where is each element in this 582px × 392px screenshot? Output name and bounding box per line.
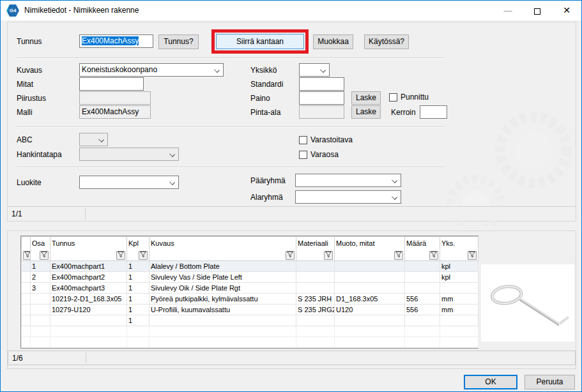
- column-header-4[interactable]: Kuvaus: [149, 237, 296, 250]
- cell[interactable]: [149, 315, 296, 326]
- cell[interactable]: 10219-2-D1_168.3x05: [50, 294, 127, 305]
- column-header-0[interactable]: [22, 237, 31, 250]
- close-button[interactable]: ✕: [552, 1, 581, 20]
- cell[interactable]: [22, 294, 31, 305]
- ok-button[interactable]: OK: [464, 375, 517, 389]
- luokite-combobox[interactable]: [79, 176, 179, 189]
- cell[interactable]: [296, 337, 335, 348]
- cell[interactable]: S 235 JRH: [296, 294, 335, 305]
- cell[interactable]: [127, 337, 149, 348]
- cell[interactable]: [335, 283, 405, 294]
- filter-icon[interactable]: [324, 251, 333, 260]
- table-row[interactable]: 1Ex400machpart11Alalevy / Bottom Platekp…: [22, 261, 479, 272]
- column-header-1[interactable]: Osa: [31, 237, 50, 250]
- cell[interactable]: 1: [127, 305, 149, 315]
- column-header-2[interactable]: Tunnus: [50, 237, 127, 250]
- cell[interactable]: [405, 272, 440, 283]
- cell[interactable]: 1: [127, 261, 149, 272]
- alaryhma-combobox[interactable]: [295, 190, 401, 204]
- cell[interactable]: [335, 315, 405, 326]
- minimize-button[interactable]: —: [493, 1, 523, 20]
- cell[interactable]: Pyöreä putkipalkki, kylmävalssattu: [149, 294, 296, 305]
- kaytossa-button[interactable]: Käytössä?: [364, 34, 409, 49]
- cell[interactable]: [22, 315, 31, 326]
- kuvaus-combobox[interactable]: Koneistuskokoonpano: [79, 63, 224, 77]
- cell[interactable]: [50, 337, 127, 348]
- hankintatapa-combobox[interactable]: [79, 147, 179, 161]
- cell[interactable]: [405, 315, 440, 326]
- cell[interactable]: [296, 315, 335, 326]
- column-header-3[interactable]: Kpl: [127, 237, 149, 250]
- paino-input[interactable]: [299, 91, 344, 105]
- cell[interactable]: [50, 315, 127, 326]
- table-row[interactable]: 1: [22, 315, 479, 326]
- filter-icon[interactable]: [116, 251, 125, 260]
- cell[interactable]: Alalevy / Bottom Plate: [149, 261, 296, 272]
- cell[interactable]: [22, 337, 31, 348]
- kerroin-input[interactable]: [420, 105, 447, 119]
- laske-paino-button[interactable]: Laske: [351, 91, 381, 105]
- cell[interactable]: [335, 337, 405, 348]
- cell[interactable]: Ex400machpart2: [50, 272, 127, 283]
- siirra-kantaan-button[interactable]: Siirrä kantaan: [216, 34, 304, 49]
- cell[interactable]: [405, 261, 440, 272]
- cell[interactable]: mm: [440, 294, 479, 305]
- cell[interactable]: [335, 326, 405, 337]
- cell[interactable]: [22, 283, 31, 294]
- cell[interactable]: Sivulevy Vas / Side Plate Left: [149, 272, 296, 283]
- mitat-input[interactable]: [79, 77, 144, 91]
- cell[interactable]: 1: [127, 315, 149, 326]
- cell[interactable]: 556: [405, 294, 440, 305]
- filter-icon[interactable]: [286, 251, 295, 260]
- cell[interactable]: kpl: [440, 272, 479, 283]
- cell[interactable]: kpl: [440, 261, 479, 272]
- cell[interactable]: 3: [31, 283, 50, 294]
- cell[interactable]: 2: [31, 272, 50, 283]
- filter-icon[interactable]: [394, 251, 403, 260]
- cell[interactable]: [440, 283, 479, 294]
- cell[interactable]: [440, 315, 479, 326]
- cell[interactable]: [22, 272, 31, 283]
- cell[interactable]: [127, 326, 149, 337]
- laske-pinta-ala-button[interactable]: Laske: [351, 105, 381, 119]
- cell[interactable]: [405, 326, 440, 337]
- punnittu-checkbox[interactable]: Punnittu: [389, 93, 429, 102]
- muokkaa-button[interactable]: Muokkaa: [313, 34, 353, 49]
- tunnus-query-button[interactable]: Tunnus?: [158, 34, 199, 49]
- varastoitava-checkbox[interactable]: Varastoitava: [299, 135, 353, 144]
- cell[interactable]: [405, 283, 440, 294]
- cell[interactable]: 1: [127, 294, 149, 305]
- cell[interactable]: [22, 261, 31, 272]
- cell[interactable]: [149, 337, 296, 348]
- cell[interactable]: [31, 337, 50, 348]
- cancel-button[interactable]: Peruuta: [525, 375, 575, 389]
- cell[interactable]: [335, 261, 405, 272]
- cell[interactable]: 10279-U120: [50, 305, 127, 315]
- cell[interactable]: [31, 305, 50, 315]
- table-row[interactable]: [22, 337, 479, 348]
- cell[interactable]: [22, 305, 31, 315]
- cell[interactable]: Ex400machpart1: [50, 261, 127, 272]
- yksikko-combobox[interactable]: [299, 63, 330, 77]
- cell[interactable]: S 235 JRG2: [296, 305, 335, 315]
- tunnus-input[interactable]: Ex400MachAssy: [79, 34, 153, 48]
- cell[interactable]: U-Profiili, kuumavalssattu: [149, 305, 296, 315]
- table-row[interactable]: [22, 326, 479, 337]
- cell[interactable]: D1_168.3x05: [335, 294, 405, 305]
- filter-icon[interactable]: [23, 251, 31, 260]
- column-header-7[interactable]: Määrä: [405, 237, 440, 250]
- cell[interactable]: U120: [335, 305, 405, 315]
- column-header-6[interactable]: Muoto, mitat: [335, 237, 405, 250]
- varaosa-checkbox[interactable]: Varaosa: [299, 150, 339, 159]
- cell[interactable]: mm: [440, 305, 479, 315]
- cell[interactable]: [22, 326, 31, 337]
- cell[interactable]: [31, 294, 50, 305]
- cell[interactable]: [296, 326, 335, 337]
- cell[interactable]: [149, 326, 296, 337]
- filter-icon[interactable]: [468, 251, 477, 260]
- cell[interactable]: [31, 326, 50, 337]
- filter-icon[interactable]: [40, 251, 49, 260]
- cell[interactable]: [335, 272, 405, 283]
- table-row[interactable]: 10279-U1201U-Profiili, kuumavalssattuS 2…: [22, 305, 479, 315]
- cell[interactable]: [296, 283, 335, 294]
